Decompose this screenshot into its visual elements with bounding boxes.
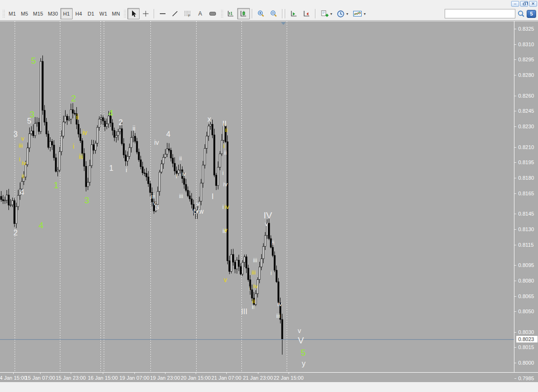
price-tick: 0.8065	[514, 293, 538, 299]
candle-body	[36, 122, 38, 123]
timeframe-button-M5[interactable]: M5	[18, 8, 31, 19]
candle-body	[27, 148, 28, 165]
timeframe-button-D1[interactable]: D1	[85, 8, 97, 19]
indicators-button[interactable]: ▾	[350, 8, 368, 19]
elliott-wave-label: ii	[224, 150, 227, 156]
dropdown-caret-icon: ▾	[346, 12, 348, 16]
search-icon[interactable]	[517, 10, 525, 17]
price-tick-label: 0.8260	[518, 93, 534, 99]
time-axis[interactable]: 4 Jan 15:0015 Jan 07:0015 Jan 23:0016 Ja…	[0, 372, 538, 382]
candle-body	[183, 178, 185, 184]
price-tick-label: 0.8080	[518, 278, 534, 284]
price-tick-mark	[514, 296, 516, 297]
toolbar-drag-handle[interactable]	[2, 9, 5, 18]
cursor-tool-button[interactable]	[127, 8, 140, 19]
new-order-button[interactable]: ▾	[318, 8, 334, 19]
elliott-wave-label: iii	[253, 257, 257, 263]
toolbar-drag-handle[interactable]	[221, 9, 223, 18]
elliott-wave-label: v	[224, 276, 227, 283]
candle-body	[119, 129, 121, 132]
menu-bar: – ✕	[0, 0, 538, 7]
candle-body	[68, 119, 70, 120]
time-axis-label: 21 Jan 23:00	[243, 375, 273, 381]
candle-body	[51, 142, 53, 145]
timeframe-button-M1[interactable]: M1	[6, 8, 18, 19]
close-button[interactable]: ✕	[529, 1, 537, 7]
candle-body	[123, 143, 124, 155]
price-tick-mark	[514, 193, 516, 194]
elliott-wave-label: v	[197, 201, 199, 207]
elliott-wave-label: 3	[155, 203, 159, 210]
text-tool-button[interactable]: A	[194, 8, 206, 19]
minimize-button[interactable]: –	[511, 1, 519, 7]
search-area: 5	[445, 9, 536, 18]
price-tick-label: 0.8095	[518, 262, 534, 268]
crosshair-tool-button[interactable]	[140, 8, 152, 19]
candle-body	[70, 109, 72, 119]
chart-shift-button[interactable]	[300, 8, 313, 19]
candle-body	[40, 61, 41, 132]
elliott-wave-label: iii	[276, 313, 281, 319]
elliott-wave-label: IV	[264, 211, 272, 220]
elliott-wave-label: v	[298, 327, 301, 334]
candle-body	[8, 195, 9, 205]
crosshair-icon	[142, 10, 149, 17]
chart-shift-marker-icon[interactable]	[281, 22, 286, 25]
restore-button[interactable]	[520, 1, 528, 7]
timeframe-button-M15[interactable]: M15	[31, 8, 45, 19]
timeframe-button-W1[interactable]: W1	[97, 8, 110, 19]
price-tick-mark	[514, 178, 516, 178]
price-tick: 0.8095	[514, 262, 538, 268]
time-axis-label: 19 Jan 23:00	[150, 375, 180, 381]
time-axis-label: 19 Jan 07:00	[119, 375, 149, 381]
horizontal-line-tool-button[interactable]	[157, 8, 169, 19]
candle-body	[29, 133, 30, 148]
candle-body	[238, 260, 240, 267]
bar-chart-button[interactable]	[224, 8, 237, 19]
timeframe-button-H4[interactable]: H4	[73, 8, 85, 19]
notification-badge[interactable]: 5	[527, 10, 536, 18]
elliott-wave-label: 3	[14, 131, 18, 138]
price-tick: 0.8165	[514, 191, 538, 196]
price-tick-mark	[514, 229, 516, 230]
fibonacci-tool-button[interactable]: F	[181, 8, 194, 19]
price-tick-mark	[514, 162, 516, 163]
toolbar-separator	[282, 9, 283, 18]
auto-scroll-button[interactable]	[288, 8, 300, 19]
price-tick: 0.8295	[514, 57, 538, 62]
time-tick-mark	[71, 373, 71, 374]
candle-body	[276, 270, 277, 282]
chart-canvas[interactable]	[0, 21, 514, 373]
candle-body	[165, 154, 166, 157]
candle-body	[236, 260, 238, 269]
elliott-wave-label: 3	[84, 196, 90, 205]
price-tick: 0.8015	[514, 344, 538, 350]
price-tick-mark	[514, 126, 516, 127]
time-tick-mark	[13, 373, 14, 374]
timeframe-button-M30[interactable]: M30	[45, 8, 60, 19]
candle-body	[240, 267, 241, 274]
clock-icon	[337, 10, 345, 18]
zoom-out-button[interactable]	[267, 8, 280, 19]
price-tick: 0.8325	[514, 26, 538, 32]
price-axis[interactable]: 0.83250.83100.82950.82800.82600.82450.82…	[514, 21, 538, 373]
timeframe-button-MN[interactable]: MN	[109, 8, 122, 19]
new-order-icon	[320, 10, 329, 18]
candlestick-chart-button[interactable]	[237, 8, 250, 19]
candle-body	[59, 151, 60, 170]
shapes-tool-button[interactable]	[206, 8, 219, 19]
candle-body	[146, 174, 147, 177]
elliott-wave-label: i	[73, 143, 74, 150]
candle-body	[178, 170, 179, 173]
elliott-wave-label: i	[19, 156, 21, 162]
candle-body	[63, 122, 64, 136]
elliott-wave-label: I	[212, 193, 214, 200]
candle-body	[159, 172, 160, 192]
toolbar-drag-handle[interactable]	[124, 9, 126, 18]
timeframe-button-H1[interactable]: H1	[60, 8, 73, 19]
period-clock-button[interactable]: ▾	[334, 8, 350, 19]
search-input[interactable]	[445, 9, 515, 18]
zoom-in-button[interactable]	[255, 8, 267, 19]
trendline-tool-button[interactable]	[169, 8, 181, 19]
elliott-wave-label: iii	[79, 153, 83, 160]
